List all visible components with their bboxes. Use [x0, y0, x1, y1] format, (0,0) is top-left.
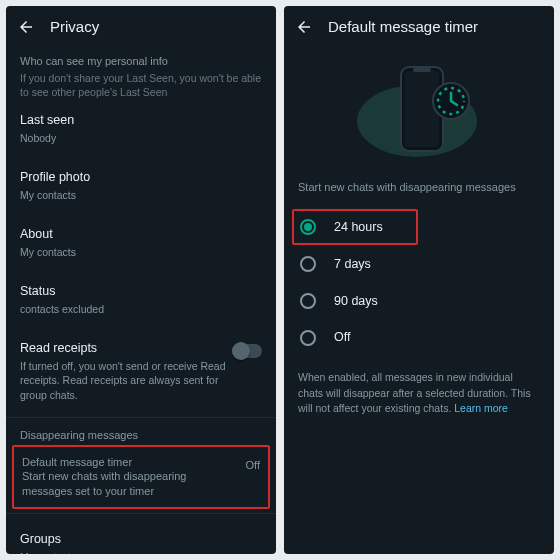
item-value: My contacts [20, 245, 262, 259]
privacy-screen: Privacy Who can see my personal info If … [6, 6, 276, 554]
default-message-timer-item[interactable]: Default message timer Start new chats wi… [22, 455, 260, 500]
section-hint-sub: If you don't share your Last Seen, you w… [20, 71, 262, 99]
item-value: My contacts [20, 188, 262, 202]
privacy-content: Who can see my personal info If you don'… [6, 54, 276, 554]
option-7-days[interactable]: 7 days [298, 246, 540, 283]
item-label: About [20, 226, 262, 243]
status-item[interactable]: Status contacts excluded [20, 270, 262, 327]
svg-rect-3 [413, 68, 431, 72]
item-value: Off [246, 458, 260, 473]
arrow-left-icon [295, 18, 313, 36]
appbar-title: Default message timer [328, 17, 478, 37]
learn-more-link[interactable]: Learn more [454, 402, 508, 414]
section-hint-title: Who can see my personal info [20, 54, 262, 69]
appbar-title: Privacy [50, 17, 99, 37]
item-label: Last seen [20, 112, 262, 129]
item-value: My contacts [20, 550, 262, 554]
item-label: Status [20, 283, 262, 300]
default-timer-screen: Default message timer Start new chats wi… [284, 6, 554, 554]
item-label: Profile photo [20, 169, 262, 186]
option-label: 90 days [334, 293, 378, 310]
footer-note: When enabled, all messages in new indivi… [298, 370, 540, 416]
item-label: Read receipts [20, 340, 232, 357]
back-button[interactable] [14, 15, 38, 39]
item-sub: Start new chats with disappearing messag… [22, 469, 238, 499]
radio-icon [300, 256, 316, 272]
highlight-box-left: Default message timer Start new chats wi… [12, 445, 270, 510]
phone-timer-icon [339, 59, 499, 169]
highlight-box-right [292, 209, 418, 245]
item-label: Default message timer [22, 455, 238, 470]
profile-photo-item[interactable]: Profile photo My contacts [20, 156, 262, 213]
back-button[interactable] [292, 15, 316, 39]
option-label: Off [334, 329, 350, 346]
groups-item[interactable]: Groups My contacts [20, 518, 262, 554]
radio-icon [300, 330, 316, 346]
divider [6, 417, 276, 418]
timer-content: Start new chats with disappearing messag… [284, 180, 554, 426]
appbar: Privacy [6, 6, 276, 48]
read-receipts-toggle[interactable] [232, 344, 262, 358]
arrow-left-icon [17, 18, 35, 36]
option-off[interactable]: Off [298, 319, 540, 356]
timer-options: 24 hours 7 days 90 days Off [298, 209, 540, 357]
timer-illustration [284, 54, 554, 174]
about-item[interactable]: About My contacts [20, 213, 262, 270]
item-value: Nobody [20, 131, 262, 145]
item-value: contacts excluded [20, 302, 262, 316]
group-title: Disappearing messages [20, 428, 262, 443]
divider [6, 513, 276, 514]
last-seen-item[interactable]: Last seen Nobody [20, 99, 262, 156]
option-label: 7 days [334, 256, 371, 273]
item-sub: If turned off, you won't send or receive… [20, 359, 232, 402]
option-90-days[interactable]: 90 days [298, 283, 540, 320]
appbar: Default message timer [284, 6, 554, 48]
item-label: Groups [20, 531, 262, 548]
read-receipts-item[interactable]: Read receipts If turned off, you won't s… [20, 327, 262, 412]
intro-text: Start new chats with disappearing messag… [298, 180, 540, 195]
radio-icon [300, 293, 316, 309]
